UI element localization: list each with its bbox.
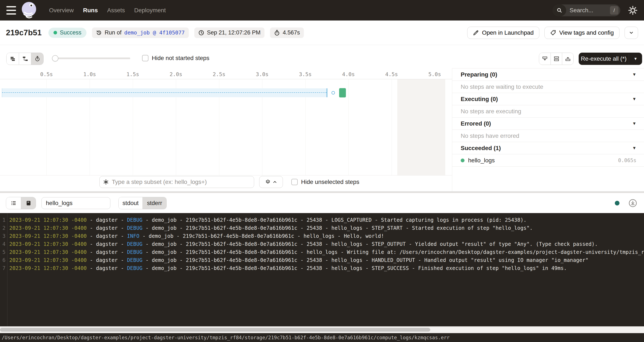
view-tags-config-button[interactable]: View tags and config	[544, 27, 620, 39]
caret-down-icon: ▼	[632, 121, 636, 126]
axis-tick: 4.5s	[385, 71, 398, 77]
chart-bottom-border	[0, 175, 452, 176]
nav-item-assets[interactable]: Assets	[107, 7, 125, 14]
gantt-zoom-slider[interactable]	[52, 58, 130, 59]
section-empty-executing: No steps are executing	[452, 105, 644, 118]
section-header-preparing[interactable]: Preparing (0) ▼	[452, 68, 644, 81]
hide-not-started-label: Hide not started steps	[152, 55, 209, 62]
panel-layout-segment	[539, 53, 574, 65]
raw-log-viewer: 12023-09-21 12:07:30 -0400 - dagster - D…	[0, 213, 644, 326]
run-actions-dropdown-button[interactable]	[624, 27, 638, 39]
duration-tag: 4.567s	[270, 28, 304, 38]
structured-logs-button[interactable]	[6, 197, 21, 209]
gantt-waterfall-view-button[interactable]	[19, 53, 31, 65]
gridline	[392, 79, 392, 175]
search-placeholder: Search...	[570, 7, 610, 14]
axis-tick: 3.5s	[299, 71, 312, 77]
flat-gantt-icon	[10, 56, 16, 62]
hamburger-menu-icon[interactable]	[6, 6, 17, 14]
tab-stdout[interactable]: stdout	[118, 197, 142, 209]
tab-stderr[interactable]: stderr	[142, 197, 166, 209]
collapse-up-button[interactable]	[562, 53, 574, 65]
step-start-marker	[332, 91, 335, 94]
log-line: 42023-09-21 12:07:30 -0400 - dagster - D…	[0, 240, 644, 248]
gear-icon[interactable]	[628, 6, 638, 15]
collapse-up-icon	[565, 56, 571, 62]
collapse-down-button[interactable]	[539, 53, 550, 65]
nav-item-deployment[interactable]: Deployment	[134, 7, 166, 14]
gantt-flat-view-button[interactable]	[6, 53, 19, 65]
step-name: hello_logs	[468, 157, 618, 164]
caret-down-icon: ▼	[632, 96, 636, 102]
stdout-stderr-tabs: stdout stderr	[118, 197, 166, 209]
open-in-launchpad-button[interactable]: Open in Launchpad	[467, 27, 539, 39]
section-divider[interactable]	[0, 191, 644, 193]
graph-query-toggle-button[interactable]	[259, 176, 283, 188]
gantt-zoom-slider-knob[interactable]	[52, 55, 58, 62]
log-line-number: 2	[0, 224, 6, 232]
scrollbar-thumb[interactable]	[0, 328, 430, 332]
status-dot	[54, 31, 57, 34]
re-execute-button-group: Re-execute all (*) ▼	[579, 53, 642, 65]
nav-item-overview[interactable]: Overview	[49, 7, 74, 14]
log-toolbar: stdout stderr	[0, 193, 644, 213]
log-view-mode-segment	[6, 197, 36, 209]
axis-tick: 2.0s	[170, 71, 182, 77]
dagster-logo[interactable]	[21, 1, 37, 20]
raw-logs-button[interactable]	[21, 197, 36, 209]
step-subset-input[interactable]: Type a step subset (ex: hello_logs+)	[99, 176, 254, 188]
hide-not-started-checkbox[interactable]	[142, 55, 148, 61]
download-icon	[628, 199, 637, 208]
split-panels-button[interactable]	[550, 53, 562, 65]
log-capture-status-dot	[615, 201, 620, 206]
log-line-number: 4	[0, 240, 6, 248]
console-icon	[26, 200, 31, 206]
top-nav: Overview Runs Assets Deployment Search..…	[0, 0, 644, 20]
run-header: 219c7b51 Success Run of demo_job @ 4f105…	[0, 20, 644, 45]
section-empty-preparing: No steps are waiting to execute	[452, 81, 644, 93]
caret-down-icon: ▼	[632, 72, 636, 77]
re-execute-dropdown-button[interactable]: ▼	[629, 57, 642, 61]
log-line: 52023-09-21 12:07:30 -0400 - dagster - D…	[0, 248, 644, 256]
log-step-filter-input[interactable]	[42, 197, 110, 209]
clock-icon	[198, 30, 204, 36]
step-waiting-band	[2, 88, 327, 97]
gridline	[348, 79, 349, 175]
log-line-number: 7	[0, 264, 6, 272]
gantt-section: Hide not started steps	[0, 45, 644, 191]
log-horizontal-scrollbar[interactable]	[0, 326, 644, 333]
re-execute-all-button[interactable]: Re-execute all (*)	[579, 56, 629, 62]
search-icon	[553, 4, 566, 16]
search-shortcut-badge: /	[610, 6, 618, 14]
section-header-executing[interactable]: Executing (0) ▼	[452, 93, 644, 105]
layers-icon	[265, 179, 270, 185]
log-line: 32023-09-21 12:07:30 -0400 - dagster - I…	[0, 232, 644, 240]
search-input[interactable]: Search... /	[553, 4, 620, 16]
log-line-number: 1	[0, 216, 6, 224]
section-header-succeeded[interactable]: Succeeded (1) ▼	[452, 142, 644, 154]
job-link[interactable]: demo_job @ 4f105077	[124, 30, 185, 36]
log-line: 12023-09-21 12:07:30 -0400 - dagster - D…	[0, 216, 644, 224]
axis-tick: 4.0s	[342, 71, 355, 77]
step-duration: 0.065s	[618, 158, 636, 164]
step-status-panel: Preparing (0) ▼ No steps are waiting to …	[452, 68, 644, 191]
dagster-run-page: Overview Runs Assets Deployment Search..…	[0, 0, 644, 342]
pencil-icon	[473, 30, 479, 36]
step-bar-hello-logs[interactable]	[339, 88, 346, 98]
collapse-down-icon	[542, 56, 548, 62]
history-icon	[96, 30, 102, 36]
succeeded-step-row[interactable]: hello_logs 0.065s	[452, 154, 644, 166]
axis-line	[0, 79, 452, 79]
download-logs-button[interactable]	[628, 199, 637, 208]
log-line-number: 5	[0, 248, 6, 256]
log-line: 62023-09-21 12:07:30 -0400 - dagster - D…	[0, 256, 644, 264]
hide-unselected-checkbox[interactable]	[291, 179, 298, 185]
stopwatch-icon	[274, 30, 280, 36]
list-icon	[11, 200, 16, 206]
section-header-errored[interactable]: Errored (0) ▼	[452, 118, 644, 130]
gantt-timed-view-button[interactable]	[31, 53, 43, 65]
log-line: 22023-09-21 12:07:30 -0400 - dagster - D…	[0, 224, 644, 232]
nav-item-runs[interactable]: Runs	[83, 7, 98, 14]
log-line: 72023-09-21 12:07:30 -0400 - dagster - D…	[0, 264, 644, 272]
axis-tick: 3.0s	[256, 71, 268, 77]
